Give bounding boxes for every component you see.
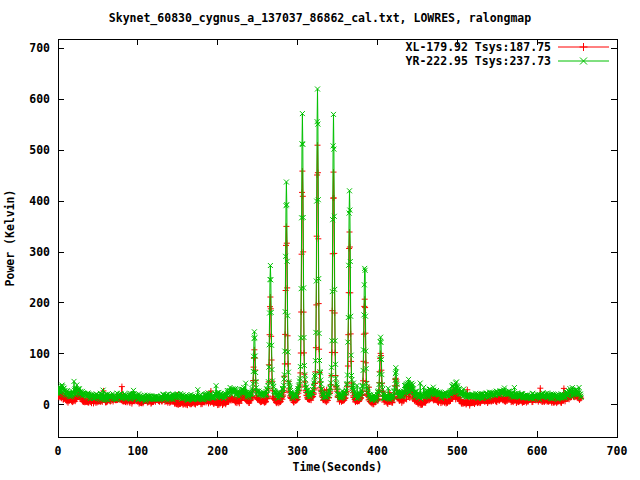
y-tick-label: 600 bbox=[29, 92, 50, 106]
y-tick-label: 0 bbox=[43, 398, 50, 412]
y-tick-label: 200 bbox=[29, 296, 50, 310]
x-tick-label: 100 bbox=[127, 444, 148, 458]
x-tick-label: 500 bbox=[447, 444, 468, 458]
y-tick-label: 700 bbox=[29, 41, 50, 55]
x-tick-label: 600 bbox=[527, 444, 548, 458]
x-tick-label: 700 bbox=[607, 444, 628, 458]
y-tick-label: 300 bbox=[29, 245, 50, 259]
y-tick-label: 500 bbox=[29, 143, 50, 157]
y-axis-title: Power (Kelvin) bbox=[3, 190, 17, 287]
x-tick-label: 200 bbox=[207, 444, 228, 458]
x-tick-label: 0 bbox=[55, 444, 62, 458]
legend-marker-plus-icon bbox=[580, 43, 588, 51]
series-line-1 bbox=[58, 89, 581, 401]
legend-label: XL-179.92 Tsys:187.75 bbox=[406, 40, 551, 54]
plot-canvas: 0100200300400500600700010020030040050060… bbox=[0, 0, 640, 480]
x-tick-label: 400 bbox=[367, 444, 388, 458]
y-tick-label: 400 bbox=[29, 194, 50, 208]
legend-label: YR-222.95 Tsys:237.73 bbox=[406, 54, 551, 68]
gnuplot-chart-window: Skynet_60830_cygnus_a_137037_86862_cal.t… bbox=[0, 0, 640, 480]
x-tick-label: 300 bbox=[287, 444, 308, 458]
x-axis-title: Time(Seconds) bbox=[292, 460, 382, 474]
y-tick-label: 100 bbox=[29, 347, 50, 361]
